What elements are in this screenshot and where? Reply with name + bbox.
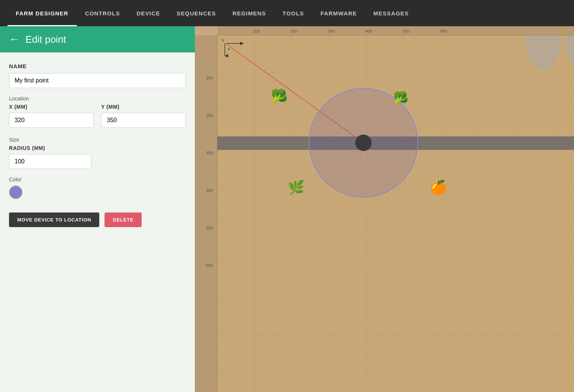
nav-farmware[interactable]: FARMWARE bbox=[312, 0, 365, 26]
svg-text:500: 500 bbox=[403, 29, 410, 33]
delete-button[interactable]: DELETE bbox=[105, 212, 142, 227]
svg-text:100: 100 bbox=[253, 29, 260, 33]
nav-device[interactable]: DEVICE bbox=[128, 0, 168, 26]
y-label: Y (MM) bbox=[101, 104, 186, 110]
y-input[interactable] bbox=[101, 113, 186, 128]
y-group: Y (MM) bbox=[101, 104, 186, 128]
svg-text:🥦: 🥦 bbox=[271, 88, 288, 104]
svg-text:Y: Y bbox=[222, 38, 225, 43]
coordinates-row: X (MM) Y (MM) bbox=[9, 104, 186, 128]
main-nav: FARM DESIGNER CONTROLS DEVICE SEQUENCES … bbox=[0, 0, 574, 26]
ruler-left: 100 200 300 400 500 600 bbox=[195, 35, 217, 392]
move-device-button[interactable]: MOVE DEVICE TO LOCATION bbox=[9, 212, 99, 227]
farm-map: 100 200 300 400 500 600 100 200 300 400 … bbox=[195, 26, 574, 392]
color-picker[interactable] bbox=[9, 186, 22, 199]
svg-text:🥦: 🥦 bbox=[393, 91, 408, 105]
nav-messages[interactable]: MESSAGES bbox=[365, 0, 417, 26]
sidebar-header: ← Edit point bbox=[0, 26, 195, 52]
nav-sequences[interactable]: SEQUENCES bbox=[168, 0, 224, 26]
svg-text:x: x bbox=[228, 46, 230, 51]
name-label: NAME bbox=[9, 63, 186, 69]
svg-text:600: 600 bbox=[206, 263, 213, 268]
radius-label: RADIUS (MM) bbox=[9, 145, 186, 151]
svg-point-21 bbox=[355, 135, 372, 151]
svg-text:500: 500 bbox=[206, 226, 213, 230]
sidebar-content: NAME Location X (MM) Y (MM) Size RADIUS … bbox=[0, 52, 195, 392]
svg-text:400: 400 bbox=[365, 29, 372, 33]
size-section: Size RADIUS (MM) bbox=[9, 137, 186, 169]
sidebar: ← Edit point NAME Location X (MM) Y (MM)… bbox=[0, 26, 195, 392]
ruler-top: 100 200 300 400 500 600 bbox=[217, 26, 574, 35]
svg-text:300: 300 bbox=[206, 151, 213, 155]
x-label: X (MM) bbox=[9, 104, 94, 110]
action-buttons: MOVE DEVICE TO LOCATION DELETE bbox=[9, 212, 186, 227]
svg-text:200: 200 bbox=[290, 29, 297, 33]
radius-input[interactable] bbox=[9, 154, 91, 169]
svg-text:400: 400 bbox=[206, 188, 213, 193]
color-label: Color bbox=[9, 177, 186, 183]
svg-text:200: 200 bbox=[206, 113, 213, 118]
size-label: Size bbox=[9, 137, 186, 143]
x-input[interactable] bbox=[9, 113, 94, 128]
svg-text:🌿: 🌿 bbox=[288, 179, 305, 195]
svg-text:🍊: 🍊 bbox=[430, 179, 447, 195]
nav-farm-designer[interactable]: FARM DESIGNER bbox=[7, 0, 77, 26]
nav-controls[interactable]: CONTROLS bbox=[77, 0, 129, 26]
page-title: Edit point bbox=[25, 34, 66, 45]
nav-tools[interactable]: TOOLS bbox=[274, 0, 312, 26]
grid-svg: Y x bbox=[217, 35, 574, 392]
main-layout: ← Edit point NAME Location X (MM) Y (MM)… bbox=[0, 26, 574, 392]
map-content: Y x bbox=[217, 35, 574, 392]
svg-text:600: 600 bbox=[440, 29, 447, 33]
color-section: Color bbox=[9, 177, 186, 199]
location-label: Location bbox=[9, 96, 186, 102]
nav-regimens[interactable]: REGIMENS bbox=[224, 0, 274, 26]
svg-text:300: 300 bbox=[328, 29, 335, 33]
svg-text:100: 100 bbox=[206, 76, 213, 80]
back-button[interactable]: ← bbox=[9, 33, 19, 45]
name-input[interactable] bbox=[9, 73, 186, 88]
x-group: X (MM) bbox=[9, 104, 94, 128]
